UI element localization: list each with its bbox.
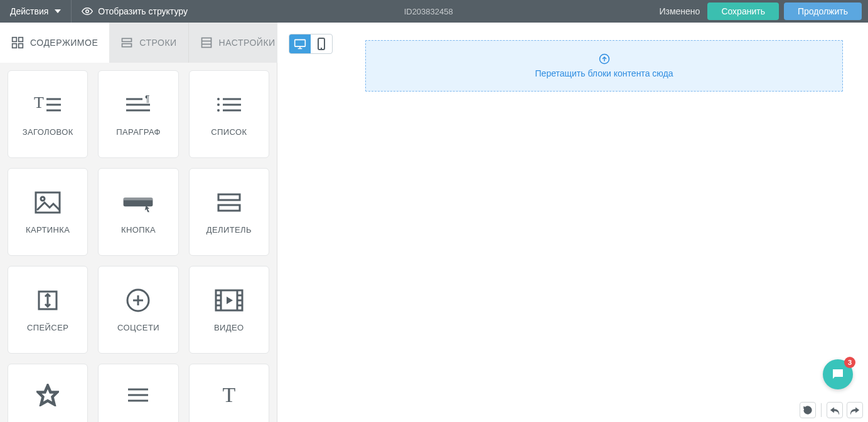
desktop-icon bbox=[294, 38, 306, 50]
device-toggle bbox=[289, 34, 333, 54]
chat-icon bbox=[830, 367, 845, 382]
svg-point-18 bbox=[217, 98, 220, 100]
block-menu[interactable] bbox=[98, 364, 178, 422]
save-button[interactable]: Сохранить bbox=[707, 3, 779, 20]
upload-arrow-icon bbox=[599, 53, 610, 65]
continue-button[interactable]: Продолжить bbox=[784, 3, 862, 20]
svg-rect-28 bbox=[218, 194, 240, 200]
block-star[interactable] bbox=[8, 364, 88, 422]
svg-point-20 bbox=[217, 103, 220, 106]
tab-rows-label: СТРОКИ bbox=[139, 38, 176, 48]
history-button[interactable] bbox=[800, 402, 816, 418]
svg-rect-7 bbox=[201, 38, 211, 48]
image-icon bbox=[31, 190, 65, 215]
block-divider[interactable]: ДЕЛИТЕЛЬ bbox=[189, 168, 269, 256]
tab-content[interactable]: СОДЕРЖИМОЕ bbox=[0, 23, 109, 63]
actions-label: Действия bbox=[10, 6, 48, 16]
svg-marker-44 bbox=[227, 297, 233, 304]
svg-rect-24 bbox=[36, 193, 60, 213]
text-icon: T bbox=[212, 382, 246, 408]
block-social-label: СОЦСЕТИ bbox=[117, 323, 159, 332]
block-paragraph-label: ПАРАГРАФ bbox=[116, 127, 161, 137]
block-title[interactable]: T ЗАГОЛОВОК bbox=[8, 70, 88, 158]
svg-point-25 bbox=[41, 197, 45, 201]
block-button-label: КНОПКА bbox=[121, 225, 156, 235]
tab-content-label: СОДЕРЖИМОЕ bbox=[30, 38, 98, 48]
spacer-icon bbox=[31, 288, 65, 313]
block-video-label: ВИДЕО bbox=[214, 323, 244, 332]
video-icon bbox=[212, 288, 246, 313]
device-mobile-button[interactable] bbox=[311, 34, 332, 53]
menu-icon bbox=[121, 382, 155, 408]
block-text[interactable]: T bbox=[189, 364, 269, 422]
list-icon bbox=[212, 92, 246, 117]
tab-settings-label: НАСТРОЙКИ bbox=[219, 38, 276, 48]
star-icon bbox=[31, 382, 65, 408]
toggle-structure-button[interactable]: Отобразить структуру bbox=[72, 6, 198, 17]
svg-rect-1 bbox=[13, 38, 17, 42]
redo-icon bbox=[850, 406, 860, 414]
divider-icon bbox=[212, 190, 246, 215]
svg-rect-3 bbox=[13, 44, 17, 48]
settings-icon bbox=[200, 36, 213, 49]
content-dropzone[interactable]: Перетащить блоки контента сюда bbox=[365, 40, 843, 92]
block-video[interactable]: ВИДЕО bbox=[189, 266, 269, 354]
block-social[interactable]: СОЦСЕТИ bbox=[98, 266, 178, 354]
actions-menu[interactable]: Действия bbox=[0, 0, 72, 23]
chat-button[interactable]: 3 bbox=[823, 359, 853, 389]
history-icon bbox=[803, 405, 813, 415]
block-image-label: КАРТИНКА bbox=[26, 225, 70, 235]
toolbar-separator bbox=[821, 403, 822, 417]
block-spacer-label: СПЕЙСЕР bbox=[27, 323, 68, 332]
block-image[interactable]: КАРТИНКА bbox=[8, 168, 88, 256]
sidebar-tabs: СОДЕРЖИМОЕ СТРОКИ НАСТРОЙКИ bbox=[0, 23, 277, 63]
svg-rect-6 bbox=[122, 44, 132, 47]
eye-icon bbox=[82, 6, 93, 17]
document-id: ID203832458 bbox=[198, 7, 660, 16]
svg-point-22 bbox=[217, 109, 220, 112]
block-divider-label: ДЕЛИТЕЛЬ bbox=[206, 225, 252, 235]
mobile-icon bbox=[317, 38, 326, 50]
canvas: Перетащить блоки контента сюда 3 bbox=[277, 23, 868, 422]
top-bar: Действия Отобразить структуру ID20383245… bbox=[0, 0, 868, 23]
button-icon bbox=[121, 190, 155, 215]
save-status: Изменено bbox=[659, 6, 700, 16]
svg-marker-45 bbox=[38, 386, 57, 404]
title-icon: T bbox=[31, 92, 65, 117]
rows-icon bbox=[121, 36, 133, 49]
block-panel[interactable]: T ЗАГОЛОВОК ¶ ПАРАГРАФ bbox=[0, 63, 277, 422]
history-toolbar bbox=[800, 402, 863, 418]
device-desktop-button[interactable] bbox=[289, 34, 311, 53]
undo-icon bbox=[830, 406, 840, 414]
undo-button[interactable] bbox=[827, 402, 843, 418]
svg-point-0 bbox=[86, 10, 89, 13]
tab-rows[interactable]: СТРОКИ bbox=[109, 23, 188, 63]
block-spacer[interactable]: СПЕЙСЕР bbox=[8, 266, 88, 354]
main-layout: СОДЕРЖИМОЕ СТРОКИ НАСТРОЙКИ bbox=[0, 23, 868, 422]
svg-rect-49 bbox=[295, 40, 306, 46]
grid-icon bbox=[11, 36, 24, 49]
svg-rect-29 bbox=[218, 205, 240, 211]
dropzone-hint: Перетащить блоки контента сюда bbox=[535, 68, 673, 78]
tab-settings[interactable]: НАСТРОЙКИ bbox=[189, 23, 287, 63]
svg-rect-5 bbox=[122, 38, 132, 41]
block-button[interactable]: КНОПКА bbox=[98, 168, 178, 256]
block-paragraph[interactable]: ¶ ПАРАГРАФ bbox=[98, 70, 178, 158]
paragraph-icon: ¶ bbox=[121, 92, 155, 117]
block-title-label: ЗАГОЛОВОК bbox=[23, 127, 73, 137]
structure-label: Отобразить структуру bbox=[98, 6, 188, 16]
svg-rect-27 bbox=[124, 197, 153, 200]
block-list[interactable]: СПИСОК bbox=[189, 70, 269, 158]
svg-rect-4 bbox=[19, 44, 23, 48]
svg-text:T: T bbox=[34, 94, 44, 112]
sidebar: СОДЕРЖИМОЕ СТРОКИ НАСТРОЙКИ bbox=[0, 23, 277, 422]
social-icon bbox=[121, 288, 155, 313]
svg-rect-2 bbox=[19, 38, 23, 42]
svg-text:¶: ¶ bbox=[145, 94, 150, 103]
chevron-down-icon bbox=[55, 9, 61, 13]
block-list-label: СПИСОК bbox=[211, 127, 247, 137]
redo-button[interactable] bbox=[847, 402, 863, 418]
chat-badge: 3 bbox=[844, 357, 855, 368]
block-grid: T ЗАГОЛОВОК ¶ ПАРАГРАФ bbox=[8, 70, 269, 422]
